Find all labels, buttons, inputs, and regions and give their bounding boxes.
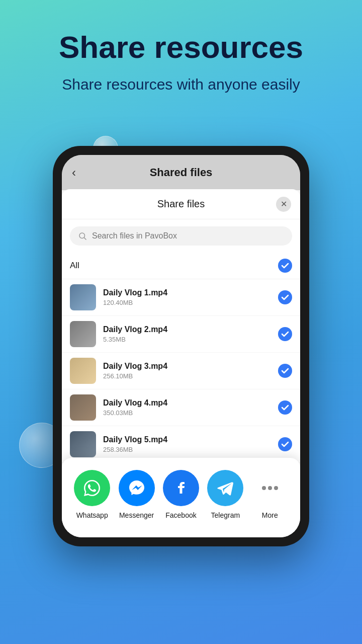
modal-title: Share files <box>157 198 205 210</box>
file-info: Daily Vlog 2.mp4 5.35MB <box>103 325 271 343</box>
phone-screen: ‹ Shared files Share files ✕ All <box>62 155 300 537</box>
check-icon <box>281 404 289 412</box>
check-icon <box>281 262 289 270</box>
file-checkbox[interactable] <box>278 400 292 415</box>
more-share[interactable]: More <box>252 470 288 519</box>
back-arrow-icon[interactable]: ‹ <box>72 166 76 180</box>
file-size: 5.35MB <box>103 336 271 343</box>
file-thumbnail <box>70 321 96 347</box>
facebook-label: Facebook <box>165 511 196 519</box>
dot-3 <box>274 486 278 490</box>
more-icon <box>252 470 288 506</box>
file-item[interactable]: Daily Vlog 2.mp4 5.35MB <box>62 316 300 353</box>
facebook-icon <box>163 470 199 506</box>
whatsapp-icon <box>74 470 110 506</box>
all-checkbox[interactable] <box>278 259 292 273</box>
telegram-share[interactable]: Telegram <box>207 470 243 519</box>
whatsapp-label: Whatsapp <box>76 511 108 519</box>
file-item[interactable]: Daily Vlog 3.mp4 256.10MB <box>62 353 300 389</box>
facebook-svg <box>171 478 191 498</box>
all-label: All <box>70 261 79 271</box>
file-item[interactable]: Daily Vlog 1.mp4 120.40MB <box>62 279 300 316</box>
file-checkbox[interactable] <box>278 437 292 451</box>
telegram-label: Telegram <box>211 511 240 519</box>
phone-mockup: ‹ Shared files Share files ✕ All <box>53 146 309 546</box>
svg-line-1 <box>84 237 86 239</box>
file-thumbnail <box>70 358 96 384</box>
file-name: Daily Vlog 2.mp4 <box>103 325 271 334</box>
thumb-image <box>70 321 96 347</box>
screen-title: Shared files <box>150 166 213 179</box>
thumb-image <box>70 394 96 421</box>
all-row[interactable]: All <box>62 253 300 279</box>
file-size: 258.36MB <box>103 446 271 453</box>
more-label: More <box>262 511 278 519</box>
file-thumbnail <box>70 284 96 310</box>
header-section: Share resources Share resources with any… <box>0 0 362 104</box>
file-name: Daily Vlog 1.mp4 <box>103 288 271 297</box>
share-panel: Whatsapp Messenger <box>62 458 300 537</box>
search-icon <box>78 231 87 240</box>
sub-title: Share resources with anyone easily <box>20 74 342 94</box>
file-name: Daily Vlog 5.mp4 <box>103 435 271 444</box>
svg-point-0 <box>79 233 85 238</box>
file-info: Daily Vlog 4.mp4 350.03MB <box>103 398 271 417</box>
messenger-label: Messenger <box>119 511 154 519</box>
file-checkbox[interactable] <box>278 364 292 378</box>
check-icon <box>281 367 289 375</box>
dot-1 <box>262 486 266 490</box>
file-name: Daily Vlog 3.mp4 <box>103 362 271 371</box>
telegram-svg <box>215 478 235 498</box>
file-checkbox[interactable] <box>278 327 292 341</box>
file-size: 350.03MB <box>103 409 271 417</box>
main-title: Share resources <box>20 30 342 64</box>
whatsapp-svg <box>82 478 102 498</box>
file-info: Daily Vlog 3.mp4 256.10MB <box>103 362 271 380</box>
dot-2 <box>268 486 272 490</box>
messenger-icon <box>119 470 155 506</box>
thumb-image <box>70 284 96 310</box>
file-info: Daily Vlog 1.mp4 120.40MB <box>103 288 271 306</box>
thumb-image <box>70 358 96 384</box>
file-size: 120.40MB <box>103 299 271 306</box>
file-thumbnail <box>70 431 96 457</box>
file-thumbnail <box>70 394 96 421</box>
facebook-share[interactable]: Facebook <box>163 470 199 519</box>
file-name: Daily Vlog 4.mp4 <box>103 398 271 408</box>
whatsapp-share[interactable]: Whatsapp <box>74 470 110 519</box>
close-button[interactable]: ✕ <box>276 197 291 212</box>
file-size: 256.10MB <box>103 372 271 380</box>
search-input[interactable] <box>92 231 284 240</box>
telegram-icon <box>207 470 243 506</box>
file-item[interactable]: Daily Vlog 4.mp4 350.03MB <box>62 389 300 426</box>
check-icon <box>281 330 289 338</box>
check-icon <box>281 440 289 448</box>
modal-header: Share files ✕ <box>62 189 300 219</box>
search-bar <box>70 226 292 246</box>
check-icon <box>281 293 289 301</box>
share-apps-row: Whatsapp Messenger <box>70 470 292 519</box>
messenger-svg <box>127 478 147 498</box>
top-bar: ‹ Shared files <box>62 155 300 190</box>
file-checkbox[interactable] <box>278 290 292 304</box>
messenger-share[interactable]: Messenger <box>119 470 155 519</box>
file-info: Daily Vlog 5.mp4 258.36MB <box>103 435 271 453</box>
thumb-image <box>70 431 96 457</box>
